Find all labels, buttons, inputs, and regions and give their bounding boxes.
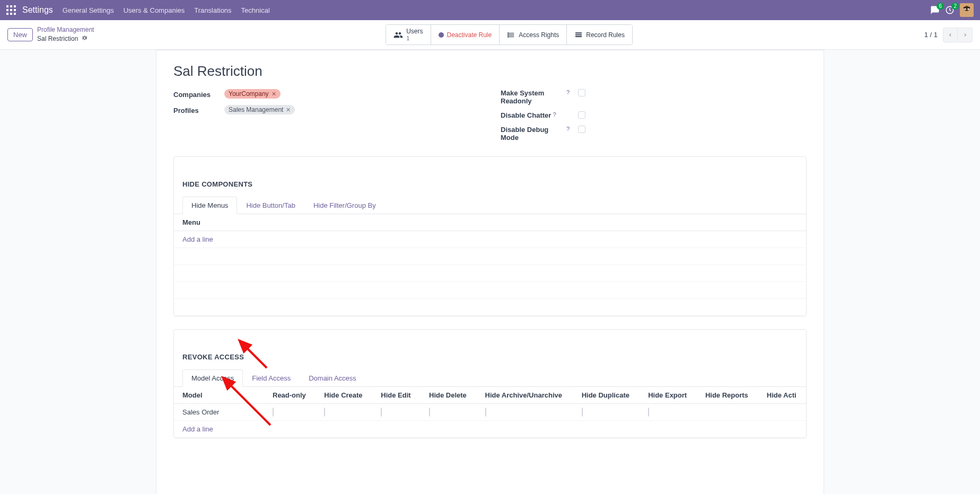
readonly-checkbox[interactable] [578,89,585,96]
menu-technical[interactable]: Technical [241,6,270,14]
access-rights-button[interactable]: Access Rights [500,25,567,45]
chatter-checkbox[interactable] [578,111,585,119]
revoke-tabs: Model Access Field Access Domain Access [174,369,806,387]
breadcrumb-parent[interactable]: Profile Management [37,26,94,34]
svg-point-13 [965,8,966,10]
readonly-label: Make System Readonly? [501,89,570,105]
col-hide-create: Hide Create [316,387,372,404]
model-cell: Sales Order [174,404,264,421]
close-icon[interactable]: ✕ [272,91,276,98]
hide-archive-checkbox[interactable] [485,408,486,417]
table-row [174,299,806,316]
control-bar: New Profile Management Sal Restriction U… [0,20,980,50]
company-tag[interactable]: YourCompany ✕ [224,89,281,99]
breadcrumb: Profile Management Sal Restriction [37,26,94,43]
col-hide-archive: Hide Archive/Unarchive [477,387,573,404]
deactivate-button[interactable]: Deactivate Rule [431,25,500,45]
profile-tag[interactable]: Sales Management ✕ [224,105,295,114]
table-row[interactable]: Sales Order [174,404,806,421]
navbar: Settings General Settings Users & Compan… [0,0,980,20]
pager: 1 / 1 [924,28,973,42]
help-icon[interactable]: ? [553,111,556,118]
svg-rect-6 [6,13,8,15]
tab-hide-button[interactable]: Hide Button/Tab [237,197,304,214]
tab-hide-filter[interactable]: Hide Filter/Group By [304,197,385,214]
svg-rect-2 [14,5,16,7]
tab-field-access[interactable]: Field Access [243,369,300,387]
messages-icon[interactable]: 6 [930,5,940,15]
add-line-link[interactable]: Add a line [182,425,213,433]
col-menu: Menu [174,214,806,231]
tab-model-access[interactable]: Model Access [182,369,243,387]
svg-rect-1 [10,5,12,7]
add-line-link[interactable]: Add a line [182,235,213,243]
users-count: 1 [406,35,423,41]
hide-edit-checkbox[interactable] [381,408,382,417]
record-rules-button[interactable]: Record Rules [567,25,632,45]
readonly-checkbox[interactable] [273,408,274,417]
svg-rect-12 [964,7,970,8]
svg-rect-5 [14,9,16,11]
help-icon[interactable]: ? [566,89,570,95]
messages-badge: 6 [937,3,944,10]
pager-prev-button[interactable] [943,28,958,42]
svg-point-14 [968,8,969,10]
svg-rect-7 [10,13,12,15]
table-row [174,265,806,282]
pager-text: 1 / 1 [924,31,938,39]
svg-rect-0 [6,5,8,7]
menu-general-settings[interactable]: General Settings [63,6,114,14]
debug-checkbox[interactable] [578,126,585,133]
main-content: Sal Restriction Companies YourCompany ✕ … [0,50,980,494]
close-icon[interactable]: ✕ [286,107,291,113]
col-model: Model [174,387,264,404]
hide-delete-checkbox[interactable] [429,408,430,417]
page-title: Sal Restriction [173,63,807,80]
dot-icon [439,32,444,38]
hide-create-checkbox[interactable] [324,408,325,417]
menu-translations[interactable]: Translations [194,6,231,14]
col-readonly: Read-only [264,387,316,404]
tab-hide-menus[interactable]: Hide Menus [182,197,237,214]
profiles-label: Profiles [173,105,216,114]
svg-rect-4 [10,9,12,11]
apps-icon[interactable] [6,5,16,15]
avatar[interactable] [960,3,974,17]
status-buttons: Users 1 Deactivate Rule Access Rights Re… [386,24,633,45]
gear-icon[interactable] [81,34,88,44]
form-sheet: Sal Restriction Companies YourCompany ✕ … [156,50,824,494]
hide-export-checkbox[interactable] [648,408,649,417]
users-label: Users [406,28,423,35]
tab-domain-access[interactable]: Domain Access [300,369,365,387]
col-hide-edit: Hide Edit [372,387,421,404]
hide-components-section: HIDE COMPONENTS Hide Menus Hide Button/T… [173,156,807,316]
hide-menus-table: Menu Add a line [174,214,806,316]
col-hide-reports: Hide Reports [697,387,758,404]
col-hide-export: Hide Export [640,387,697,404]
users-button[interactable]: Users 1 [386,25,431,45]
col-hide-actions: Hide Acti [758,387,806,404]
svg-rect-3 [6,9,8,11]
pager-next-button[interactable] [958,28,973,42]
help-icon[interactable]: ? [566,126,570,132]
app-title[interactable]: Settings [22,5,53,15]
svg-rect-8 [14,13,16,15]
activities-badge: 2 [951,3,959,10]
revoke-access-title: REVOKE ACCESS [174,345,806,361]
table-row [174,282,806,299]
menu-users-companies[interactable]: Users & Companies [124,6,185,14]
navbar-menu: General Settings Users & Companies Trans… [63,6,270,14]
activities-icon[interactable]: 2 [945,5,955,15]
new-button[interactable]: New [7,28,33,41]
col-hide-duplicate: Hide Duplicate [573,387,640,404]
hide-duplicate-checkbox[interactable] [582,408,583,417]
model-access-table: Model Read-only Hide Create Hide Edit Hi… [174,387,806,438]
hide-components-title: HIDE COMPONENTS [174,172,806,188]
companies-label: Companies [173,89,216,99]
revoke-access-section: REVOKE ACCESS Model Access Field Access … [173,329,807,438]
col-hide-delete: Hide Delete [421,387,477,404]
table-row [174,248,806,265]
breadcrumb-current: Sal Restriction [37,35,78,43]
hide-tabs: Hide Menus Hide Button/Tab Hide Filter/G… [174,197,806,214]
debug-label: Disable Debug Mode? [501,126,570,142]
